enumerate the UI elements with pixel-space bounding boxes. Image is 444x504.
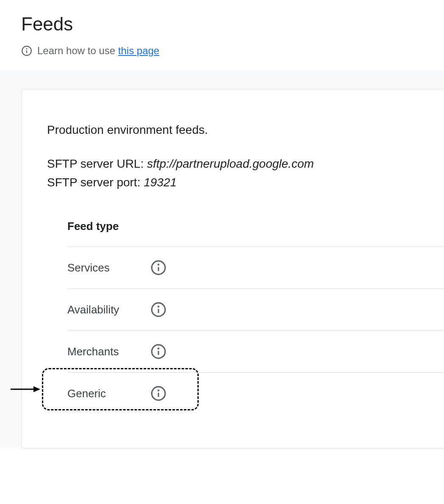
feeds-card: Production environment feeds. SFTP serve… bbox=[21, 89, 444, 449]
info-icon[interactable] bbox=[150, 385, 166, 402]
row-label-generic: Generic bbox=[67, 387, 127, 400]
feed-type-table: Feed type Services Availability Merc bbox=[47, 220, 444, 414]
svg-point-5 bbox=[158, 264, 159, 265]
info-icon[interactable] bbox=[150, 343, 166, 360]
table-header: Feed type bbox=[67, 220, 444, 247]
table-row: Merchants bbox=[67, 331, 444, 373]
learn-prefix: Learn how to use bbox=[37, 45, 118, 56]
sftp-port-value: 19321 bbox=[144, 176, 177, 189]
content-area: Production environment feeds. SFTP serve… bbox=[0, 70, 444, 449]
card-title: Production environment feeds. bbox=[47, 123, 444, 137]
sftp-url-line: SFTP server URL: sftp://partnerupload.go… bbox=[47, 157, 444, 171]
annotation-arrow-icon bbox=[11, 384, 40, 394]
table-row: Availability bbox=[67, 289, 444, 331]
svg-point-2 bbox=[26, 49, 27, 49]
table-row: Generic bbox=[67, 373, 444, 414]
sftp-url-label: SFTP server URL: bbox=[47, 157, 147, 170]
learn-link[interactable]: this page bbox=[118, 45, 159, 56]
svg-point-8 bbox=[158, 306, 159, 307]
svg-point-11 bbox=[158, 348, 159, 349]
row-label-services: Services bbox=[67, 261, 127, 274]
info-icon[interactable] bbox=[150, 302, 166, 318]
page-header: Feeds Learn how to use this page bbox=[0, 0, 444, 70]
page-title: Feeds bbox=[21, 14, 423, 35]
table-row: Services bbox=[67, 247, 444, 289]
sftp-port-line: SFTP server port: 19321 bbox=[47, 176, 444, 189]
svg-point-14 bbox=[158, 390, 159, 391]
svg-marker-16 bbox=[33, 386, 40, 392]
row-label-merchants: Merchants bbox=[67, 345, 127, 358]
learn-how-text: Learn how to use this page bbox=[21, 45, 423, 57]
row-label-availability: Availability bbox=[67, 303, 127, 316]
sftp-url-value: sftp://partnerupload.google.com bbox=[147, 157, 314, 170]
info-icon[interactable] bbox=[150, 260, 166, 276]
sftp-port-label: SFTP server port: bbox=[47, 176, 144, 189]
info-icon bbox=[21, 45, 32, 56]
